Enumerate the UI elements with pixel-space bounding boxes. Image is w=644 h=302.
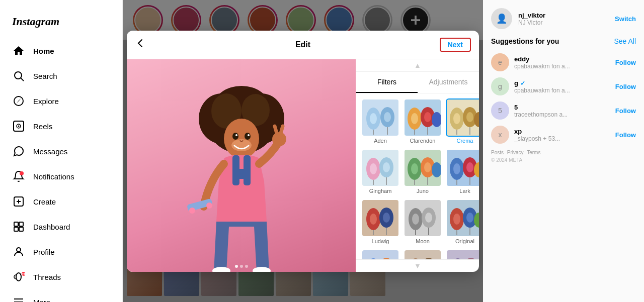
follow-button[interactable]: Follow	[615, 131, 636, 139]
sidebar-item-reels[interactable]: Reels	[6, 114, 116, 139]
suggestion-avatar: x	[491, 126, 509, 144]
tab-adjustments[interactable]: Adjustments	[418, 72, 479, 93]
tab-filters[interactable]: Filters	[356, 72, 418, 93]
svg-point-96	[383, 213, 390, 223]
filter-item-juno[interactable]: Juno	[403, 148, 443, 196]
svg-point-78	[411, 163, 418, 174]
svg-point-42	[189, 208, 195, 214]
filter-thumb-clarendon	[405, 99, 441, 136]
more-icon	[12, 295, 25, 302]
svg-point-48	[370, 113, 377, 124]
follow-button[interactable]: Follow	[615, 107, 636, 115]
svg-rect-128	[447, 250, 479, 259]
filter-item-slumber[interactable]: Slumber	[445, 248, 479, 259]
current-user-name: nj_viktor	[518, 12, 609, 19]
filter-item-crema[interactable]: Crema	[445, 97, 479, 146]
svg-point-16	[17, 248, 21, 252]
sidebar-item-create[interactable]: Create	[6, 189, 116, 214]
svg-point-0	[15, 72, 22, 79]
sidebar-item-notifications[interactable]: Notifications	[6, 164, 116, 189]
see-all-link[interactable]: See All	[614, 37, 636, 45]
svg-line-1	[21, 78, 24, 81]
suggestion-info: g ✓ cpabauwakm fon a...	[514, 79, 610, 94]
svg-point-55	[411, 113, 418, 124]
filter-thumb-moon	[405, 200, 441, 236]
filter-item-aden[interactable]: Aden	[360, 97, 400, 146]
filter-item-ludwig[interactable]: Ludwig	[360, 198, 400, 246]
svg-point-80	[424, 162, 431, 172]
footer-link-posts[interactable]: Posts	[491, 150, 504, 155]
suggestion-info: xp _slayposh + 53...	[514, 128, 610, 142]
filter-item-clarendon[interactable]: Clarendon	[403, 97, 443, 146]
sidebar: Instagram Home Search Explore	[0, 0, 123, 302]
svg-point-34	[248, 134, 250, 136]
filter-label: Juno	[417, 188, 429, 194]
sidebar-item-label: Explore	[33, 97, 59, 106]
filters-grid: Aden	[356, 93, 479, 259]
sidebar-item-home[interactable]: Home	[6, 38, 116, 63]
svg-point-43	[206, 203, 212, 209]
svg-rect-15	[19, 227, 23, 231]
modal-next-button[interactable]: Next	[440, 38, 471, 52]
explore-icon	[12, 94, 25, 108]
svg-marker-4	[16, 100, 20, 104]
suggestion-sub: traceethompson a...	[514, 111, 610, 118]
svg-point-50	[384, 112, 391, 122]
svg-rect-13	[19, 222, 23, 226]
svg-rect-12	[14, 222, 18, 226]
sidebar-item-messages[interactable]: Messages	[6, 139, 116, 164]
svg-point-31	[232, 133, 238, 140]
filter-thumb-juno	[405, 150, 441, 186]
filters-panel: ▲ Filters Adjustments	[356, 59, 479, 272]
filter-item-reyes[interactable]: Reyes	[403, 248, 443, 259]
filter-item-moon[interactable]: Moon	[403, 198, 443, 246]
suggestion-avatar: g	[491, 77, 509, 95]
filter-thumb-slumber	[447, 250, 479, 259]
suggestion-item: e eddy cpabauwakm fon a... Follow	[491, 53, 636, 71]
sidebar-item-label: Notifications	[33, 172, 74, 181]
filters-tabs: Filters Adjustments	[356, 72, 479, 93]
follow-button[interactable]: Follow	[615, 59, 636, 66]
svg-line-39	[275, 126, 277, 133]
sidebar-item-profile[interactable]: Profile	[6, 239, 116, 264]
sidebar-item-label: Create	[33, 197, 56, 206]
svg-point-7	[18, 126, 20, 127]
suggestion-item: g g ✓ cpabauwakm fon a... Follow	[491, 77, 636, 95]
meta-text: © 2024 META	[491, 157, 636, 163]
svg-line-40	[281, 126, 283, 133]
suggestion-info: eddy cpabauwakm fon a...	[514, 55, 610, 70]
footer-link-terms[interactable]: Terms	[527, 150, 540, 155]
modal-title: Edit	[295, 40, 310, 49]
sidebar-item-dashboard[interactable]: Dashboard	[6, 214, 116, 239]
svg-point-110	[466, 213, 473, 223]
filter-thumb-crema	[447, 99, 479, 136]
sidebar-item-label: More	[33, 298, 50, 303]
filter-item-perpetua[interactable]: Perpetua	[360, 248, 400, 259]
svg-rect-37	[234, 169, 249, 179]
svg-point-38	[272, 132, 286, 146]
filter-item-gingham[interactable]: Gingham	[360, 148, 400, 196]
footer-links: Posts Privacy Terms	[491, 150, 636, 155]
footer-link-privacy[interactable]: Privacy	[507, 150, 524, 155]
sidebar-item-search[interactable]: Search	[6, 63, 116, 88]
sidebar-item-explore[interactable]: Explore	[6, 88, 116, 114]
suggestion-avatar: 5	[491, 102, 509, 120]
filter-item-lark[interactable]: Lark	[445, 148, 479, 196]
profile-icon	[12, 245, 25, 258]
filter-label: Aden	[374, 138, 387, 144]
svg-point-103	[425, 213, 432, 223]
sidebar-item-label: Home	[33, 47, 54, 55]
filter-item-original[interactable]: Original	[445, 198, 479, 246]
filter-label: Lark	[459, 188, 470, 194]
sidebar-item-threads[interactable]: 21 Threads	[6, 264, 116, 289]
svg-point-108	[453, 214, 460, 225]
follow-button[interactable]: Follow	[615, 83, 636, 90]
modal-back-button[interactable]	[135, 38, 146, 51]
sidebar-item-more[interactable]: More	[6, 289, 116, 302]
sidebar-item-label: Search	[33, 72, 57, 80]
notifications-icon	[12, 170, 25, 183]
filter-thumb-gingham	[362, 150, 398, 186]
sidebar-item-label: Reels	[33, 122, 52, 131]
suggestion-item: 5 5 traceethompson a... Follow	[491, 102, 636, 120]
switch-button[interactable]: Switch	[615, 15, 636, 23]
